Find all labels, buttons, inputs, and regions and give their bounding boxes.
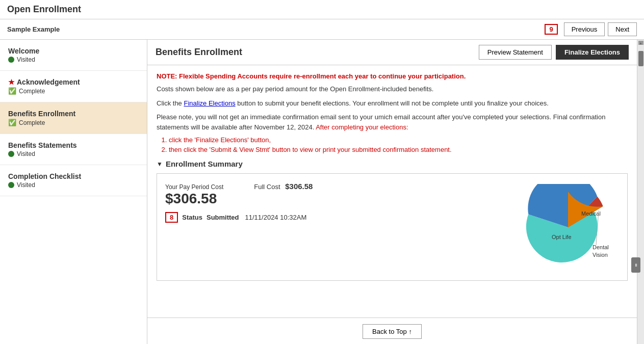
status-date: 11/11/2024 10:32AM xyxy=(245,214,307,221)
status-number-badge: 8 xyxy=(165,212,178,223)
after-elections-text: After completing your elections: xyxy=(316,123,408,131)
sidebar-item-statements-title: Benefits Statements xyxy=(8,141,139,149)
label-vision: Vision xyxy=(593,252,608,258)
main-layout: Welcome Visited ★Acknowledgement ✅ Compl… xyxy=(0,40,644,344)
star-icon: ★ xyxy=(8,78,15,86)
sidebar-item-acknowledgement-title: ★Acknowledgement xyxy=(8,78,139,86)
label-optlife: Opt Life xyxy=(552,234,572,240)
label-medical: Medical xyxy=(581,210,601,217)
preview-statement-button[interactable]: Preview Statement xyxy=(479,45,552,60)
steps-list: click the 'Finalize Elections' button, t… xyxy=(157,136,628,153)
next-button[interactable]: Next xyxy=(608,22,637,36)
check-icon-acknowledgement: ✅ xyxy=(8,87,16,95)
previous-button[interactable]: Previous xyxy=(564,22,605,36)
sidebar-item-statements-status: Visited xyxy=(8,150,139,157)
status-dot-welcome xyxy=(8,57,14,63)
page-header: Open Enrollment xyxy=(0,0,644,19)
scrollbar: ▲ ⏸ xyxy=(637,40,644,344)
full-cost-label: Full Cost xyxy=(254,183,280,191)
enrollment-summary-header: ▼ Enrollment Summary xyxy=(157,160,628,168)
sidebar-item-welcome[interactable]: Welcome Visited xyxy=(0,40,147,71)
enrollment-summary-label: Enrollment Summary xyxy=(166,160,243,168)
page-number-badge: 9 xyxy=(545,24,557,35)
back-to-top-button[interactable]: Back to Top ↑ xyxy=(363,324,422,339)
sidebar-item-benefits-statements[interactable]: Benefits Statements Visited xyxy=(0,134,147,165)
status-dot-statements xyxy=(8,151,14,157)
chevron-down-icon: ▼ xyxy=(157,161,163,168)
sidebar-item-completion-checklist[interactable]: Completion Checklist Visited xyxy=(0,165,147,196)
info-text-2: Click the Finalize Elections button to s… xyxy=(157,98,628,109)
sidebar-item-benefits-status: ✅ Complete xyxy=(8,119,139,126)
pay-period-amount: $306.58 xyxy=(165,191,223,207)
summary-box: Your Pay Period Cost $306.58 Full Cost $… xyxy=(157,173,628,281)
info-text-3: Please note, you will not get an immedia… xyxy=(157,112,628,132)
status-dot-checklist xyxy=(8,182,14,188)
sub-header: Sample Example 9 Previous Next xyxy=(0,19,644,40)
status-value: Submitted xyxy=(207,214,239,221)
full-cost-amount: $306.58 xyxy=(285,182,313,191)
sidebar-item-checklist-title: Completion Checklist xyxy=(8,172,139,180)
check-icon-benefits: ✅ xyxy=(8,119,16,126)
scroll-thumb[interactable] xyxy=(638,51,643,66)
fsa-note: NOTE: Flexible Spending Accounts require… xyxy=(157,72,628,80)
sidebar-item-benefits-title: Benefits Enrollment xyxy=(8,110,139,118)
info-text-1: Costs shown below are as a per pay perio… xyxy=(157,84,628,94)
page-title: Open Enrollment xyxy=(7,4,637,15)
label-dental: Dental xyxy=(593,244,609,250)
sidebar-item-acknowledgement-status: ✅ Complete xyxy=(8,87,139,95)
finalize-link: Finalize Elections xyxy=(184,99,235,107)
finalize-elections-button[interactable]: Finalize Elections xyxy=(556,45,629,60)
scroll-up-icon[interactable]: ▲ xyxy=(638,41,643,45)
content-footer: Back to Top ↑ xyxy=(147,317,637,344)
sub-header-right: 9 Previous Next xyxy=(545,22,637,36)
status-row: 8 Status Submitted 11/11/2024 10:32AM xyxy=(165,212,313,223)
sidebar-item-welcome-title: Welcome xyxy=(8,47,139,55)
content-body: NOTE: Flexible Spending Accounts require… xyxy=(147,65,637,317)
status-label: Status xyxy=(182,214,202,221)
pay-period-section: Your Pay Period Cost $306.58 Full Cost $… xyxy=(165,182,313,223)
content-actions: Preview Statement Finalize Elections xyxy=(479,45,629,60)
pay-period-label: Your Pay Period Cost xyxy=(165,183,223,191)
scroll-handle-icon: ⏸ xyxy=(631,257,640,273)
content-header: Benefits Enrollment Preview Statement Fi… xyxy=(147,40,637,65)
sidebar-item-welcome-status: Visited xyxy=(8,56,139,63)
sidebar-item-benefits-enrollment[interactable]: Benefits Enrollment ✅ Complete xyxy=(0,102,147,134)
step-2: then click the 'Submit & View Stmt' butt… xyxy=(169,146,628,153)
sub-header-label: Sample Example xyxy=(7,25,60,33)
content-area: Benefits Enrollment Preview Statement Fi… xyxy=(147,40,637,344)
sidebar-item-checklist-status: Visited xyxy=(8,181,139,189)
step-1: click the 'Finalize Elections' button, xyxy=(169,136,628,144)
sidebar-item-acknowledgement[interactable]: ★Acknowledgement ✅ Complete xyxy=(0,71,147,102)
sidebar: Welcome Visited ★Acknowledgement ✅ Compl… xyxy=(0,40,147,344)
pie-chart: Medical Opt Life Dental Vision xyxy=(517,184,619,272)
content-title: Benefits Enrollment xyxy=(156,47,242,58)
